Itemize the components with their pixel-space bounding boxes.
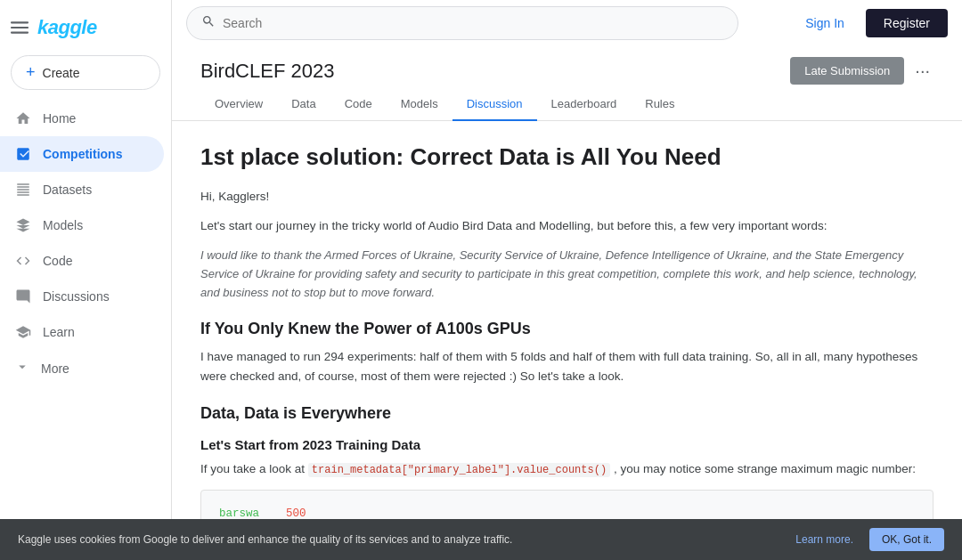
more-options-button[interactable]: ··· xyxy=(911,57,933,85)
more-nav-item[interactable]: More xyxy=(0,350,171,386)
tab-code[interactable]: Code xyxy=(330,88,387,121)
search-input[interactable] xyxy=(223,16,723,30)
tabs-bar: Overview Data Code Models Discussion Lea… xyxy=(172,88,962,121)
cookie-ok-button[interactable]: OK, Got it. xyxy=(869,528,944,551)
datasets-icon xyxy=(14,181,32,199)
ellipsis-icon: ··· xyxy=(915,61,930,80)
article-greeting: Hi, Kagglers! xyxy=(200,187,933,207)
tab-leaderboard[interactable]: Leaderboard xyxy=(537,88,632,121)
section1-paragraph: I have managed to run 294 experiments: h… xyxy=(200,347,933,386)
sidebar-item-label: Models xyxy=(43,218,83,232)
section1-heading: If You Only Knew the Power of A100s GPUs xyxy=(200,320,933,338)
svg-rect-0 xyxy=(11,21,29,23)
main-content: Sign In Register BirdCLEF 2023 Late Subm… xyxy=(172,0,962,560)
sidebar-item-label: Learn xyxy=(43,325,75,339)
section3-heading: Let's Start from 2023 Training Data xyxy=(200,437,933,452)
svg-rect-2 xyxy=(11,32,29,34)
article-title: 1st place solution: Correct Data is All … xyxy=(200,142,933,173)
section3-text-before: If you take a look at xyxy=(200,462,305,475)
section3-paragraph: If you take a look at train_metadata["pr… xyxy=(200,459,933,479)
sidebar-item-discussions[interactable]: Discussions xyxy=(0,279,164,314)
top-bar: Sign In Register xyxy=(172,0,962,46)
sidebar-item-learn[interactable]: Learn xyxy=(0,314,164,350)
code-num: 500 xyxy=(286,507,306,520)
kaggle-logo[interactable]: kaggle xyxy=(37,16,97,39)
sidebar-header: kaggle xyxy=(0,7,171,48)
sidebar-item-home[interactable]: Home xyxy=(0,101,164,136)
discussions-icon xyxy=(14,288,32,305)
cookie-text: Kaggle uses cookies from Google to deliv… xyxy=(18,533,787,546)
svg-rect-1 xyxy=(11,27,29,28)
app-container: kaggle + Create Home Competitions xyxy=(0,0,962,560)
section3-text-after: , you may notice some strange maximum ma… xyxy=(614,462,916,475)
article-scroll[interactable]: 1st place solution: Correct Data is All … xyxy=(172,121,962,560)
tab-overview[interactable]: Overview xyxy=(200,88,277,121)
tab-rules[interactable]: Rules xyxy=(631,88,689,121)
code-icon xyxy=(14,252,32,270)
article-intro: Let's start our journey in the tricky wo… xyxy=(200,216,933,236)
code-var: barswa xyxy=(219,507,259,520)
sidebar-item-models[interactable]: Models xyxy=(0,207,164,243)
sidebar-item-datasets[interactable]: Datasets xyxy=(0,172,164,207)
cookie-banner: Kaggle uses cookies from Google to deliv… xyxy=(0,519,962,560)
search-box[interactable] xyxy=(186,6,738,40)
late-submission-button[interactable]: Late Submission xyxy=(790,57,904,85)
sidebar-item-competitions[interactable]: Competitions xyxy=(0,136,164,172)
chevron-down-icon xyxy=(14,359,30,377)
sidebar-item-code[interactable]: Code xyxy=(0,243,164,279)
competition-title: BirdCLEF 2023 xyxy=(200,60,334,83)
competition-header: BirdCLEF 2023 Late Submission ··· xyxy=(172,46,962,85)
learn-icon xyxy=(14,323,32,341)
hamburger-icon[interactable] xyxy=(11,19,29,37)
register-button[interactable]: Register xyxy=(866,9,948,37)
more-label: More xyxy=(41,361,69,376)
section2-heading: Data, Data is Everywhere xyxy=(200,404,933,423)
sidebar-item-label: Discussions xyxy=(43,289,110,304)
create-button-label: Create xyxy=(43,66,80,80)
tab-data[interactable]: Data xyxy=(277,88,330,121)
cookie-actions: Learn more. OK, Got it. xyxy=(787,528,944,551)
sidebar-item-label: Datasets xyxy=(43,183,92,197)
cookie-learn-more-button[interactable]: Learn more. xyxy=(787,528,862,551)
auth-buttons: Sign In Register xyxy=(795,9,948,37)
sign-in-button[interactable]: Sign In xyxy=(795,9,855,37)
tab-models[interactable]: Models xyxy=(387,88,452,121)
create-button[interactable]: + Create xyxy=(11,55,160,90)
plus-icon: + xyxy=(26,63,36,82)
inline-code: train_metadata["primary_label"].value_co… xyxy=(308,463,610,477)
models-icon xyxy=(14,216,32,234)
home-icon xyxy=(14,110,32,127)
article-thanks: I would like to thank the Armed Forces o… xyxy=(200,247,933,302)
sidebar-item-label: Competitions xyxy=(43,147,122,161)
sidebar: kaggle + Create Home Competitions xyxy=(0,0,172,560)
sidebar-item-label: Home xyxy=(43,111,76,126)
tab-discussion[interactable]: Discussion xyxy=(452,88,537,121)
search-icon xyxy=(201,14,216,32)
competition-actions: Late Submission ··· xyxy=(790,57,933,85)
nav-items: Home Competitions Datasets xyxy=(0,97,171,390)
sidebar-item-label: Code xyxy=(43,254,72,268)
competitions-icon xyxy=(14,145,32,163)
